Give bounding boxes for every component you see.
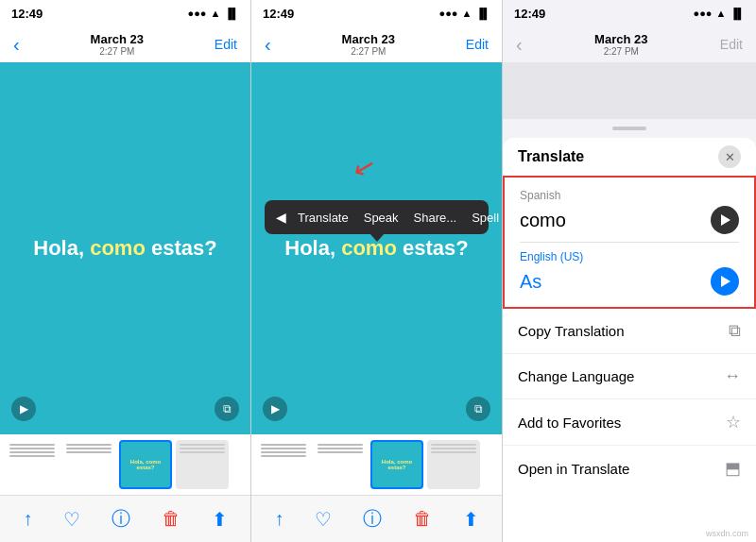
right-back-button[interactable]: ‹	[516, 34, 523, 56]
source-row: como	[520, 206, 739, 234]
slide-highlight: como	[90, 236, 146, 260]
signal-icon: ●●●	[439, 8, 458, 19]
sheet-handle	[503, 119, 756, 138]
translation-box: Spanish como English (US) As	[503, 176, 756, 309]
copy-icon: ⧉	[729, 321, 741, 341]
context-menu[interactable]: ◀ Translate Speak Share... Spell ▶	[265, 200, 489, 234]
action-open-translate[interactable]: Open in Translate ⬒	[503, 446, 756, 491]
action-open-translate-label: Open in Translate	[518, 461, 629, 477]
watermark: wsxdn.com	[706, 529, 748, 538]
middle-thumb-3[interactable]: Hola, como estas?	[370, 440, 423, 489]
info-icon[interactable]: ⓘ	[112, 506, 130, 532]
action-copy-translation[interactable]: Copy Translation ⧉	[503, 309, 756, 354]
sheet-close-button[interactable]: ✕	[718, 145, 741, 168]
middle-nav-title: March 23	[342, 32, 395, 46]
slide-text-part2: estas?	[146, 236, 217, 260]
target-play-button[interactable]	[711, 267, 739, 296]
right-nav-title: March 23	[594, 32, 647, 46]
middle-thumb-4[interactable]	[427, 440, 480, 489]
left-phone-panel: 12:49 ●●● ▲ ▐▌ ‹ March 23 2:27 PM Edit H…	[0, 0, 251, 542]
wifi-icon: ▲	[716, 8, 727, 19]
middle-thumb-strip: Hola, como estas?	[251, 434, 502, 495]
action-change-language-label: Change Language	[518, 368, 634, 384]
left-status-icons: ●●● ▲ ▐▌	[188, 8, 239, 19]
middle-thumb-1[interactable]	[257, 440, 310, 489]
thumb-3[interactable]: Hola, como estas?	[119, 440, 172, 489]
source-lang-label: Spanish	[520, 189, 739, 202]
left-nav-subtitle: 2:27 PM	[91, 46, 144, 57]
left-nav-center: March 23 2:27 PM	[91, 32, 144, 57]
menu-tail	[369, 233, 385, 242]
trash-icon[interactable]: 🗑	[413, 508, 432, 530]
right-status-bar: 12:49 ●●● ▲ ▐▌	[503, 0, 756, 26]
source-play-button[interactable]	[711, 206, 739, 234]
left-bottom-toolbar: ↑ ♡ ⓘ 🗑 ⬆	[0, 495, 250, 542]
target-lang-label: English (US)	[520, 250, 739, 263]
left-thumb-strip: Hola, como estas?	[0, 434, 250, 495]
middle-slide-area: Hola, como estas? ▶ ⧉	[251, 62, 502, 434]
middle-status-icons: ●●● ▲ ▐▌	[439, 8, 490, 19]
slide-text-part2: estas?	[397, 236, 469, 260]
action-list: Copy Translation ⧉ Change Language ↔ Add…	[503, 309, 756, 542]
left-edit-button[interactable]: Edit	[215, 37, 237, 52]
action-change-language[interactable]: Change Language ↔	[503, 354, 756, 399]
middle-back-button[interactable]: ‹	[265, 34, 271, 56]
right-nav-subtitle: 2:27 PM	[594, 46, 647, 57]
menu-item-share[interactable]: Share...	[406, 211, 465, 225]
right-status-icons: ●●● ▲ ▐▌	[694, 8, 745, 19]
language-icon: ↔	[724, 366, 741, 386]
middle-nav-center: March 23 2:27 PM	[342, 32, 395, 57]
heart-icon[interactable]: ♡	[315, 508, 332, 531]
handle-bar	[612, 127, 646, 130]
thumb-1[interactable]	[6, 440, 59, 489]
middle-bottom-toolbar: ↑ ♡ ⓘ 🗑 ⬆	[251, 495, 502, 542]
heart-icon[interactable]: ♡	[63, 508, 80, 531]
export-icon[interactable]: ⬆	[212, 508, 228, 531]
thumb-4[interactable]	[176, 440, 229, 489]
signal-icon: ●●●	[694, 8, 713, 19]
right-panel: 12:49 ●●● ▲ ▐▌ ‹ March 23 2:27 PM Edit T…	[503, 0, 756, 542]
target-row: As	[520, 267, 739, 296]
share-icon[interactable]: ↑	[23, 508, 32, 530]
battery-icon: ▐▌	[730, 8, 745, 19]
middle-edit-button[interactable]: Edit	[466, 37, 489, 52]
battery-icon: ▐▌	[224, 8, 239, 19]
target-word: As	[520, 271, 541, 293]
left-status-bar: 12:49 ●●● ▲ ▐▌	[0, 0, 250, 26]
action-add-favorites-label: Add to Favorites	[518, 415, 621, 431]
left-slide-area: Hola, como estas? ▶ ⧉	[0, 62, 250, 434]
middle-phone-panel: 12:49 ●●● ▲ ▐▌ ‹ March 23 2:27 PM Edit ↙…	[251, 0, 503, 542]
action-add-favorites[interactable]: Add to Favorites ☆	[503, 399, 756, 446]
middle-nav-bar: ‹ March 23 2:27 PM Edit	[251, 26, 502, 62]
left-copy-icon[interactable]: ⧉	[215, 397, 239, 421]
right-edit-button: Edit	[720, 37, 743, 52]
left-play-icon[interactable]: ▶	[11, 397, 36, 421]
menu-item-spell[interactable]: Spell	[464, 211, 503, 225]
menu-item-translate[interactable]: Translate	[290, 211, 356, 225]
export-icon[interactable]: ⬆	[463, 508, 479, 531]
external-icon: ⬒	[725, 458, 741, 479]
wifi-icon: ▲	[211, 8, 221, 19]
share-icon[interactable]: ↑	[274, 508, 284, 530]
middle-play-icon[interactable]: ▶	[263, 397, 287, 421]
right-nav-center: March 23 2:27 PM	[594, 32, 647, 57]
sheet-header: Translate ✕	[503, 138, 756, 176]
menu-arrow-left[interactable]: ◀	[272, 210, 290, 225]
source-word: como	[520, 210, 566, 231]
play-triangle-icon	[721, 214, 730, 226]
thumb-2[interactable]	[62, 440, 115, 489]
info-icon[interactable]: ⓘ	[363, 506, 382, 532]
slide-text-part1: Hola,	[33, 236, 90, 260]
right-status-time: 12:49	[514, 7, 545, 21]
trash-icon[interactable]: 🗑	[162, 508, 180, 530]
star-icon: ☆	[726, 412, 741, 432]
middle-nav-subtitle: 2:27 PM	[342, 46, 395, 57]
left-back-button[interactable]: ‹	[13, 34, 20, 56]
middle-thumb-2[interactable]	[314, 440, 367, 489]
play-triangle-icon	[721, 276, 730, 287]
right-nav-bar: ‹ March 23 2:27 PM Edit	[503, 26, 756, 62]
middle-copy-icon[interactable]: ⧉	[466, 397, 490, 421]
left-slide-text: Hola, como estas?	[33, 236, 216, 261]
gray-top-area	[503, 62, 756, 119]
menu-item-speak[interactable]: Speak	[356, 211, 406, 225]
